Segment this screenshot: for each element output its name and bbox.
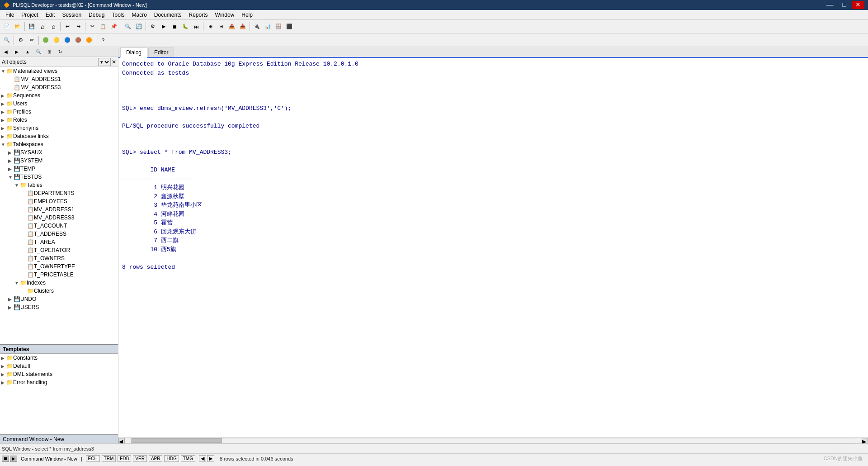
- tb-step-btn[interactable]: ⏭: [191, 22, 201, 32]
- lt-back-btn[interactable]: ◀: [1, 47, 11, 57]
- tb-replace-btn[interactable]: 🔄: [134, 22, 144, 32]
- tree-database-links[interactable]: ▶ 📁 Database links: [0, 132, 118, 140]
- tree-profiles[interactable]: ▶ 📁 Profiles: [0, 108, 118, 116]
- expand-icon[interactable]: ▶: [8, 158, 14, 163]
- expand-icon[interactable]: ▼: [1, 142, 6, 147]
- menu-documents[interactable]: Documents: [151, 11, 185, 19]
- tree-error[interactable]: ▶ 📁 Error handling: [0, 378, 118, 386]
- nav-stop-btn[interactable]: ⏹: [2, 456, 9, 462]
- menu-edit[interactable]: Edit: [42, 11, 59, 19]
- tag-ver[interactable]: VER: [133, 455, 147, 462]
- tag-tmg[interactable]: TMG: [181, 455, 195, 462]
- tb-export-btn[interactable]: 📤: [227, 22, 237, 32]
- tree-clusters[interactable]: 📁 Clusters: [0, 287, 118, 295]
- lt-filter-btn[interactable]: ⊞: [44, 47, 54, 57]
- object-filter-select[interactable]: ▾: [98, 58, 111, 66]
- tb-split-btn[interactable]: ⬛: [284, 22, 294, 32]
- templates-tree[interactable]: ▶ 📁 Constants ▶ 📁 Default ▶ 📁 DML statem…: [0, 354, 118, 435]
- horizontal-scrollbar[interactable]: ◀ ▶: [118, 437, 868, 443]
- lt-up-btn[interactable]: ▲: [23, 47, 33, 57]
- tb-open-btn[interactable]: 📂: [13, 22, 23, 32]
- tb-stop-btn[interactable]: ⏹: [170, 22, 179, 32]
- tree-sequences[interactable]: ▶ 📁 Sequences: [0, 91, 118, 100]
- tb-print2-btn[interactable]: 🖨: [48, 22, 58, 32]
- expand-icon[interactable]: ▶: [1, 93, 6, 98]
- expand-icon[interactable]: ▶: [1, 126, 6, 131]
- tb-save-btn[interactable]: 💾: [27, 22, 37, 32]
- tree-materialized-views[interactable]: ▼ 📁 Materialized views: [0, 67, 118, 75]
- h-scroll-left[interactable]: ◀: [118, 438, 125, 443]
- tb2-pencil-btn[interactable]: ✏: [27, 35, 37, 45]
- expand-icon[interactable]: ▶: [1, 364, 6, 369]
- expand-icon[interactable]: ▶: [1, 109, 6, 114]
- tree-t-operator[interactable]: 📋 T_OPERATOR: [0, 246, 118, 254]
- tb2-btn1[interactable]: 🟢: [41, 35, 51, 45]
- tb2-gear-btn[interactable]: ⚙: [16, 35, 26, 45]
- tab-editor[interactable]: Editor: [148, 48, 174, 57]
- tree-dml[interactable]: ▶ 📁 DML statements: [0, 370, 118, 378]
- tb-undo-btn[interactable]: ↩: [62, 22, 72, 32]
- expand-icon[interactable]: ▶: [1, 380, 6, 385]
- expand-icon[interactable]: ▶: [1, 356, 6, 361]
- tree-t-area[interactable]: 📋 T_AREA: [0, 238, 118, 246]
- tree-undo[interactable]: ▶ 💾 UNDO: [0, 295, 118, 303]
- tb-connect-btn[interactable]: 🔌: [252, 22, 262, 32]
- h-scroll-track[interactable]: [131, 438, 855, 443]
- tb-compile-btn[interactable]: ⚙: [148, 22, 158, 32]
- maximize-button[interactable]: □: [839, 1, 850, 9]
- minimize-button[interactable]: —: [823, 1, 837, 9]
- expand-icon[interactable]: ▼: [14, 183, 20, 188]
- lt-fwd-btn[interactable]: ▶: [12, 47, 22, 57]
- tb2-btn2[interactable]: 🟡: [52, 35, 61, 45]
- tree-testds[interactable]: ▼ 💾 TESTDS: [0, 173, 118, 181]
- h-scroll-right[interactable]: ▶: [862, 438, 868, 443]
- tb2-help-btn[interactable]: ?: [98, 35, 108, 45]
- tb-grid-btn[interactable]: ⊞: [205, 22, 215, 32]
- tag-fdb[interactable]: FDB: [118, 455, 131, 462]
- play-next-btn[interactable]: ▶: [207, 455, 214, 462]
- menu-tools[interactable]: Tools: [108, 11, 128, 19]
- expand-icon[interactable]: ▶: [1, 372, 6, 377]
- title-bar-controls[interactable]: — □ ✕: [823, 1, 864, 9]
- tb-import-btn[interactable]: 📥: [238, 22, 248, 32]
- tree-t-ownertype[interactable]: 📋 T_OWNERTYPE: [0, 262, 118, 271]
- expand-icon[interactable]: ▼: [8, 175, 14, 180]
- tb2-obj-btn[interactable]: 🔍: [2, 35, 12, 45]
- tree-synonyms[interactable]: ▶ 📁 Synonyms: [0, 124, 118, 132]
- tree-sysaux[interactable]: ▶ 💾 SYSAUX: [0, 148, 118, 157]
- tb-redo-btn[interactable]: ↪: [73, 22, 83, 32]
- tree-constants[interactable]: ▶ 📁 Constants: [0, 354, 118, 362]
- menu-debug[interactable]: Debug: [85, 11, 108, 19]
- expand-icon[interactable]: ▶: [8, 305, 14, 310]
- menu-session[interactable]: Session: [58, 11, 85, 19]
- expand-icon[interactable]: ▶: [1, 101, 6, 106]
- h-scroll-thumb[interactable]: [132, 438, 222, 443]
- tree-system[interactable]: ▶ 💾 SYSTEM: [0, 157, 118, 165]
- tb-copy-btn[interactable]: 📋: [98, 22, 108, 32]
- tb-window-btn[interactable]: 🪟: [274, 22, 283, 32]
- tree-tablespaces[interactable]: ▼ 📁 Tablespaces: [0, 140, 118, 148]
- tb-cut-btn[interactable]: ✂: [87, 22, 97, 32]
- menu-reports[interactable]: Reports: [185, 11, 212, 19]
- expand-icon[interactable]: ▼: [1, 69, 6, 74]
- tb-print-btn[interactable]: 🖨: [38, 22, 47, 32]
- tb-new-btn[interactable]: 📄: [2, 22, 12, 32]
- expand-icon[interactable]: ▶: [1, 134, 6, 139]
- tree-temp[interactable]: ▶ 💾 TEMP: [0, 165, 118, 173]
- tag-trm[interactable]: TRM: [102, 455, 116, 462]
- tag-ech[interactable]: ECH: [86, 455, 100, 462]
- tree-departments[interactable]: 📋 DEPARTMENTS: [0, 189, 118, 197]
- tree-roles[interactable]: ▶ 📁 Roles: [0, 116, 118, 124]
- menu-help[interactable]: Help: [238, 11, 256, 19]
- play-prev-btn[interactable]: ◀: [199, 455, 206, 462]
- tree-t-pricetable[interactable]: 📋 T_PRICETABLE: [0, 271, 118, 279]
- tree-t-owners[interactable]: 📋 T_OWNERS: [0, 254, 118, 262]
- expand-icon[interactable]: ▼: [14, 281, 20, 285]
- expand-icon[interactable]: ▶: [8, 150, 14, 155]
- tb-paste-btn[interactable]: 📌: [109, 22, 119, 32]
- tree-t-account[interactable]: 📋 T_ACCOUNT: [0, 222, 118, 230]
- tree-mv-address3-2[interactable]: 📋 MV_ADDRESS3: [0, 214, 118, 222]
- tree-tables[interactable]: ▼ 📁 Tables: [0, 181, 118, 189]
- object-tree[interactable]: ▼ 📁 Materialized views 📋 MV_ADDRESS1 📋 M…: [0, 67, 118, 344]
- lt-refresh-btn[interactable]: ↻: [55, 47, 65, 57]
